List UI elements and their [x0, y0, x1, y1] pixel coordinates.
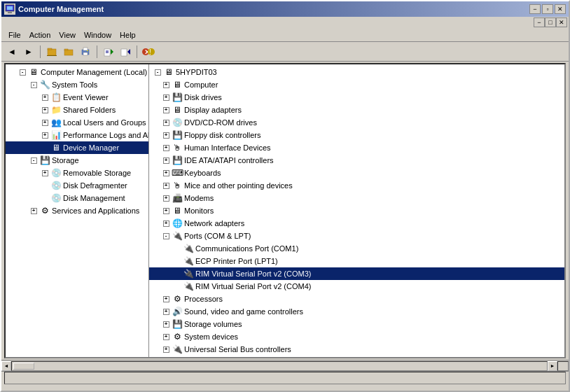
expander-box[interactable]: -: [163, 233, 169, 239]
tree-item-mice[interactable]: +🖱Mice and other pointing devices: [149, 179, 564, 192]
expander-box[interactable]: +: [42, 170, 48, 176]
tree-item-disk-drives[interactable]: +💾Disk drives: [149, 91, 564, 104]
expander-box[interactable]: +: [163, 107, 169, 113]
toolbar-back[interactable]: ◄: [4, 44, 20, 59]
toolbar-import[interactable]: [101, 44, 116, 59]
expander-box[interactable]: +: [163, 195, 169, 202]
tree-item-storage[interactable]: -💾Storage: [6, 154, 148, 167]
tree-item-dvd-cdrom[interactable]: +💿DVD/CD-ROM drives: [149, 116, 564, 129]
tree-item-lpt1[interactable]: 🔌ECP Printer Port (LPT1): [149, 255, 564, 267]
tree-item-disk-mgmt[interactable]: 💿Disk Management: [6, 192, 148, 204]
tree-item-floppy[interactable]: +💾Floppy disk controllers: [149, 129, 564, 141]
toolbar-folder[interactable]: [61, 44, 76, 59]
tree-item-ide[interactable]: +💾IDE ATA/ATAPI controllers: [149, 154, 564, 167]
expander-box[interactable]: +: [163, 183, 169, 189]
tree-expander[interactable]: +: [39, 92, 50, 103]
expander-box[interactable]: +: [163, 334, 169, 340]
tree-expander[interactable]: +: [160, 180, 172, 191]
toolbar-print[interactable]: [78, 44, 93, 59]
restore-button[interactable]: ▫: [542, 4, 553, 14]
tree-item-disk-defrag[interactable]: 💿Disk Defragmenter: [6, 179, 148, 192]
tree-item-local-users[interactable]: +👥Local Users and Groups: [6, 116, 148, 129]
tree-expander[interactable]: +: [160, 92, 172, 103]
expander-box[interactable]: +: [163, 132, 169, 139]
expander-box[interactable]: -: [20, 69, 26, 76]
expander-box[interactable]: +: [163, 94, 169, 101]
tree-expander[interactable]: +: [160, 218, 172, 229]
tree-expander[interactable]: +: [160, 192, 172, 204]
expander-box[interactable]: +: [42, 120, 48, 126]
tree-item-removable-storage[interactable]: +💿Removable Storage: [6, 167, 148, 179]
tree-expander[interactable]: -: [28, 79, 39, 90]
tree-expander[interactable]: +: [28, 205, 39, 216]
hscroll-thumb[interactable]: [13, 363, 34, 370]
tree-item-computer-mgmt[interactable]: -🖥Computer Management (Local): [6, 66, 148, 78]
tree-item-computer[interactable]: +🖥Computer: [149, 78, 564, 91]
expander-box[interactable]: +: [163, 170, 169, 176]
toolbar-up[interactable]: [44, 44, 60, 59]
tree-expander[interactable]: +: [39, 167, 50, 178]
root-expander[interactable]: -: [152, 66, 163, 78]
tree-item-processors[interactable]: +⚙Processors: [149, 293, 564, 305]
menu-file[interactable]: File: [4, 29, 25, 41]
toolbar-export[interactable]: [118, 44, 133, 59]
tree-item-com4[interactable]: 🔌RIM Virtual Serial Port v2 (COM4): [149, 280, 564, 293]
expander-box[interactable]: +: [163, 220, 169, 227]
menu-help[interactable]: Help: [116, 29, 140, 41]
expander-box[interactable]: +: [42, 94, 48, 101]
tree-root[interactable]: -🖥5HYPDIT03: [149, 66, 564, 78]
tree-item-storage-volumes[interactable]: +💾Storage volumes: [149, 318, 564, 330]
hscroll-left[interactable]: ◄: [1, 361, 11, 371]
tree-expander[interactable]: +: [39, 117, 50, 128]
hscroll-right[interactable]: ►: [548, 361, 557, 371]
minimize-button[interactable]: −: [529, 4, 541, 14]
expander-box[interactable]: +: [163, 321, 169, 328]
expander-box[interactable]: +: [163, 208, 169, 214]
tree-item-com1[interactable]: 🔌Communications Port (COM1): [149, 242, 564, 255]
toolbar-help[interactable]: ✕ !: [141, 44, 156, 59]
tree-item-modems[interactable]: +📠Modems: [149, 192, 564, 204]
expander-box[interactable]: +: [42, 107, 48, 113]
tree-item-display-adapters[interactable]: +🖥Display adapters: [149, 104, 564, 116]
inner-max-button[interactable]: □: [545, 18, 556, 27]
tree-item-device-mgr[interactable]: 🖥Device Manager: [6, 141, 148, 154]
tree-expander[interactable]: +: [160, 318, 172, 330]
tree-expander[interactable]: -: [28, 155, 39, 166]
expander-box[interactable]: +: [163, 82, 169, 88]
expander-box[interactable]: +: [163, 120, 169, 126]
tree-item-system-devices[interactable]: +⚙System devices: [149, 330, 564, 343]
tree-item-system-tools[interactable]: -🔧System Tools: [6, 78, 148, 91]
tree-item-ports[interactable]: -🔌Ports (COM & LPT): [149, 230, 564, 242]
menu-action[interactable]: Action: [25, 29, 55, 41]
expander-box[interactable]: +: [42, 132, 48, 139]
tree-item-shared-folders[interactable]: +📁Shared Folders: [6, 104, 148, 116]
tree-item-services-apps[interactable]: +⚙Services and Applications: [6, 204, 148, 217]
tree-item-sound-video[interactable]: +🔊Sound, video and game controllers: [149, 305, 564, 318]
tree-expander[interactable]: +: [160, 331, 172, 342]
tree-expander[interactable]: +: [160, 142, 172, 153]
tree-item-hid[interactable]: +🖱Human Interface Devices: [149, 141, 564, 154]
tree-item-com3[interactable]: 🔌RIM Virtual Serial Port v2 (COM3): [149, 267, 564, 280]
expander-box[interactable]: +: [163, 145, 169, 151]
expander-box[interactable]: -: [31, 158, 37, 164]
expander-box[interactable]: +: [163, 158, 169, 164]
root-expander-box[interactable]: -: [155, 69, 161, 76]
tree-expander[interactable]: +: [160, 155, 172, 166]
expander-box[interactable]: +: [31, 208, 37, 214]
inner-close-button[interactable]: ✕: [556, 18, 567, 27]
tree-expander[interactable]: +: [160, 344, 172, 355]
toolbar-forward[interactable]: ►: [21, 44, 36, 59]
tree-expander[interactable]: +: [160, 104, 172, 115]
tree-item-keyboards[interactable]: +⌨Keyboards: [149, 167, 564, 179]
tree-item-event-viewer[interactable]: +📋Event Viewer: [6, 91, 148, 104]
tree-expander[interactable]: -: [160, 230, 172, 241]
menu-window[interactable]: Window: [80, 29, 116, 41]
tree-item-network-adapters[interactable]: +🌐Network adapters: [149, 217, 564, 230]
tree-expander[interactable]: +: [39, 130, 50, 141]
expander-box[interactable]: +: [163, 296, 169, 302]
tree-expander[interactable]: +: [39, 104, 50, 115]
tree-expander[interactable]: +: [160, 306, 172, 317]
tree-item-monitors[interactable]: +🖥Monitors: [149, 204, 564, 217]
menu-view[interactable]: View: [55, 29, 80, 41]
close-button[interactable]: ✕: [555, 4, 566, 14]
